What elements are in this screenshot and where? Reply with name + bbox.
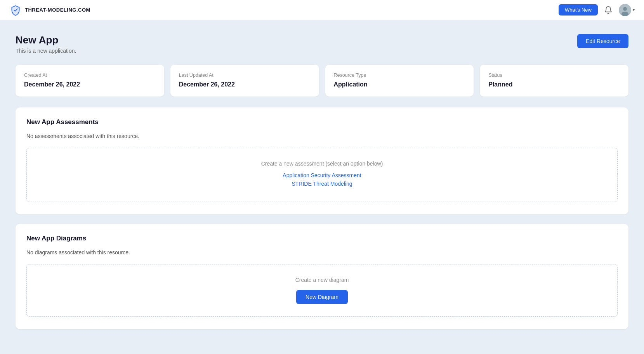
assessments-title: New App Assessments <box>26 118 618 126</box>
stat-label-created-at: Created At <box>24 73 156 78</box>
stat-value-status: Planned <box>488 81 620 88</box>
notification-bell-icon[interactable] <box>604 6 613 14</box>
diagrams-title: New App Diagrams <box>26 235 618 242</box>
assessments-empty-message: No assessments associated with this reso… <box>26 133 618 139</box>
page-title: New App <box>16 34 76 46</box>
stats-grid: Created At December 26, 2022 Last Update… <box>16 65 628 97</box>
new-diagram-button[interactable]: New Diagram <box>296 290 348 304</box>
stat-value-updated-at: December 26, 2022 <box>179 81 311 88</box>
create-assessment-label: Create a new assessment (select an optio… <box>35 161 609 167</box>
navbar-right: What's New ▾ <box>559 4 635 16</box>
stat-card-status: Status Planned <box>480 65 628 97</box>
create-assessment-box: Create a new assessment (select an optio… <box>26 148 618 202</box>
stat-value-resource-type: Application <box>334 81 465 88</box>
chevron-down-icon: ▾ <box>633 8 635 12</box>
stat-label-resource-type: Resource Type <box>334 73 465 78</box>
stat-card-resource-type: Resource Type Application <box>325 65 474 97</box>
brand-logo-icon <box>9 4 22 16</box>
user-avatar-wrapper[interactable]: ▾ <box>619 4 635 16</box>
brand: THREAT-MODELING.COM <box>9 4 90 16</box>
stat-label-status: Status <box>488 73 620 78</box>
svg-point-2 <box>621 12 628 16</box>
navbar: THREAT-MODELING.COM What's New ▾ <box>0 0 644 20</box>
avatar <box>619 4 631 16</box>
stat-label-updated-at: Last Updated At <box>179 73 311 78</box>
svg-point-1 <box>623 7 627 11</box>
edit-resource-button[interactable]: Edit Resource <box>577 34 628 48</box>
assessments-section: New App Assessments No assessments assoc… <box>16 107 628 214</box>
create-diagram-box: Create a new diagram New Diagram <box>26 264 618 317</box>
brand-text: THREAT-MODELING.COM <box>25 7 90 13</box>
stat-card-updated-at: Last Updated At December 26, 2022 <box>170 65 319 97</box>
stat-value-created-at: December 26, 2022 <box>24 81 156 88</box>
page-title-group: New App This is a new application. <box>16 34 76 54</box>
create-diagram-label: Create a new diagram <box>35 277 609 283</box>
whats-new-button[interactable]: What's New <box>559 4 598 16</box>
diagrams-empty-message: No diagrams associated with this resourc… <box>26 249 618 256</box>
main-content: New App This is a new application. Edit … <box>0 20 644 352</box>
application-security-assessment-link[interactable]: Application Security Assessment <box>35 172 609 178</box>
stat-card-created-at: Created At December 26, 2022 <box>16 65 164 97</box>
stride-threat-modeling-link[interactable]: STRIDE Threat Modeling <box>35 181 609 187</box>
page-subtitle: This is a new application. <box>16 48 76 54</box>
page-header: New App This is a new application. Edit … <box>16 34 628 54</box>
diagrams-section: New App Diagrams No diagrams associated … <box>16 224 628 329</box>
